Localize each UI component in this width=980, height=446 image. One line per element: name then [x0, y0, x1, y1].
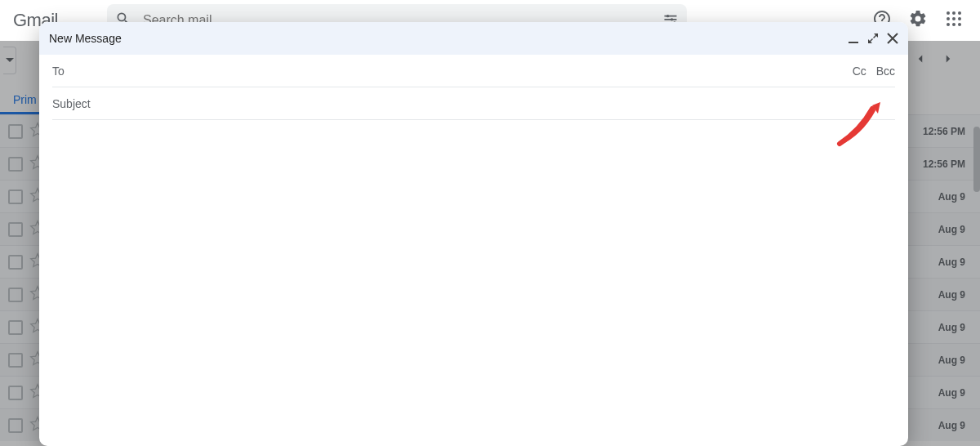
subject-field-row[interactable] — [52, 87, 895, 120]
to-field-row[interactable]: To Cc Bcc — [52, 55, 895, 87]
svg-point-11 — [958, 23, 961, 26]
compose-header[interactable]: New Message — [39, 22, 908, 55]
cc-button[interactable]: Cc — [853, 65, 866, 78]
svg-point-7 — [952, 17, 956, 20]
row-time: Aug 9 — [938, 289, 965, 301]
minimize-button[interactable] — [848, 33, 859, 44]
bcc-button[interactable]: Bcc — [876, 65, 895, 78]
prev-page-icon[interactable] — [906, 51, 934, 69]
row-time: Aug 9 — [938, 191, 965, 203]
fullscreen-toggle-button[interactable] — [867, 33, 879, 44]
svg-point-5 — [958, 11, 961, 15]
apps-icon[interactable] — [936, 9, 972, 32]
row-checkbox[interactable] — [8, 288, 23, 302]
svg-point-1 — [670, 18, 673, 20]
svg-point-3 — [947, 11, 950, 15]
row-checkbox[interactable] — [8, 190, 23, 204]
row-time: Aug 9 — [938, 355, 965, 366]
row-time: Aug 9 — [938, 420, 965, 431]
close-button[interactable] — [887, 33, 898, 44]
row-checkbox[interactable] — [8, 353, 23, 368]
compose-title: New Message — [49, 32, 840, 45]
compose-window: New Message To Cc Bcc — [39, 22, 908, 446]
svg-point-0 — [666, 15, 669, 17]
row-checkbox[interactable] — [8, 320, 23, 335]
to-label: To — [52, 65, 65, 78]
svg-point-8 — [958, 17, 961, 20]
row-checkbox[interactable] — [8, 418, 23, 433]
svg-point-9 — [947, 23, 950, 26]
row-checkbox[interactable] — [8, 157, 23, 172]
select-dropdown[interactable] — [3, 47, 16, 74]
next-page-icon[interactable] — [934, 51, 962, 69]
scrollbar[interactable] — [973, 127, 980, 192]
pager — [906, 51, 962, 69]
row-time: Aug 9 — [938, 256, 965, 268]
row-checkbox[interactable] — [8, 124, 23, 139]
svg-point-10 — [952, 23, 956, 26]
row-time: Aug 9 — [938, 387, 965, 399]
row-checkbox[interactable] — [8, 255, 23, 270]
row-time: 12:56 PM — [923, 158, 965, 170]
svg-rect-12 — [849, 42, 858, 43]
row-time: 12:56 PM — [923, 126, 965, 137]
subject-input[interactable] — [52, 97, 895, 110]
svg-point-6 — [947, 17, 950, 20]
row-time: Aug 9 — [938, 322, 965, 333]
row-checkbox[interactable] — [8, 222, 23, 237]
to-input[interactable] — [73, 65, 846, 78]
row-checkbox[interactable] — [8, 386, 23, 400]
row-time: Aug 9 — [938, 224, 965, 235]
svg-point-4 — [952, 11, 956, 15]
